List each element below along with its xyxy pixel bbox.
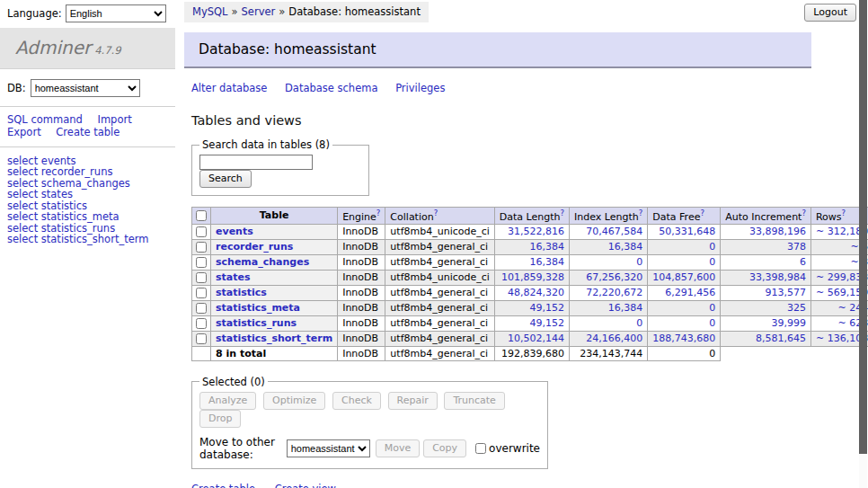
logout-button[interactable]: Logout: [804, 4, 856, 22]
row-checkbox[interactable]: [196, 288, 207, 298]
move-database-select[interactable]: homeassistant: [287, 439, 370, 457]
table-row: statesInnoDButf8mb4_unicode_ci101,859,32…: [192, 270, 868, 285]
privileges-link[interactable]: Privileges: [395, 82, 445, 94]
check-button[interactable]: Check: [332, 392, 381, 410]
total-index-length-cell: 234,143,744: [570, 346, 648, 360]
index-length-link[interactable]: 0: [636, 256, 642, 268]
page-title: Database: homeassistant: [184, 32, 811, 68]
overwrite-checkbox[interactable]: [475, 443, 486, 454]
table-name-link[interactable]: recorder_runs: [216, 241, 293, 253]
sidebar-item-select-statistics-short-term[interactable]: select statistics_short_term: [7, 234, 168, 244]
data-length-link[interactable]: 49,152: [530, 317, 565, 329]
data-free-link[interactable]: 6,291,456: [665, 287, 715, 298]
row-checkbox[interactable]: [196, 303, 207, 314]
data-free-link[interactable]: 188,743,680: [652, 333, 715, 344]
data-length-link[interactable]: 16,384: [530, 256, 565, 268]
select-all-checkbox[interactable]: [196, 210, 207, 221]
row-checkbox[interactable]: [196, 242, 207, 253]
language-select[interactable]: English: [66, 4, 166, 22]
analyze-button[interactable]: Analyze: [199, 392, 256, 410]
auto-increment-link[interactable]: 39,999: [771, 317, 806, 329]
search-input[interactable]: [199, 155, 313, 170]
row-checkbox[interactable]: [196, 318, 207, 329]
data-length-link[interactable]: 16,384: [530, 241, 565, 253]
alter-database-link[interactable]: Alter database: [191, 82, 267, 94]
create-view-link[interactable]: Create view: [275, 483, 336, 488]
optimize-button[interactable]: Optimize: [263, 392, 325, 410]
breadcrumb-mysql-link[interactable]: MySQL: [192, 5, 228, 18]
table-name-link[interactable]: schema_changes: [216, 256, 309, 268]
help-link[interactable]: ?: [639, 209, 643, 217]
sidebar-item-select-statistics-meta[interactable]: select statistics_meta: [7, 211, 168, 222]
sidebar-item-select-states[interactable]: select states: [7, 189, 168, 200]
help-link[interactable]: ?: [842, 209, 846, 217]
index-length-link[interactable]: 16,384: [608, 241, 643, 253]
row-checkbox[interactable]: [196, 272, 207, 283]
auto-increment-link[interactable]: 325: [787, 302, 806, 314]
index-length-link[interactable]: 0: [636, 317, 642, 329]
data-length-link[interactable]: 48,824,320: [508, 287, 564, 298]
total-empty-cell: [192, 346, 211, 360]
data-free-link[interactable]: 0: [709, 317, 715, 329]
auto-increment-link[interactable]: 8,581,645: [756, 333, 806, 344]
column-header-label: Data Free: [652, 211, 700, 223]
data-free-link[interactable]: 0: [709, 302, 715, 314]
table-name-link[interactable]: events: [216, 226, 253, 237]
vertical-scrollbar[interactable]: [859, 0, 867, 488]
app-logo: Adminer4.7.9: [0, 28, 175, 69]
collation-cell: utf8mb4_general_ci: [385, 239, 494, 254]
data-free-link[interactable]: 50,331,648: [659, 226, 715, 237]
sidebar-link-sql-command[interactable]: SQL command: [7, 113, 83, 126]
auto-increment-link[interactable]: 378: [787, 241, 806, 253]
search-fieldset: Search data in tables (8) Search: [191, 138, 369, 196]
data-length-link[interactable]: 31,522,816: [508, 226, 564, 237]
index-length-link[interactable]: 67,256,320: [586, 271, 642, 283]
auto-increment-link[interactable]: 33,398,984: [749, 271, 806, 283]
data-free-link[interactable]: 0: [709, 256, 715, 268]
repair-button[interactable]: Repair: [388, 392, 438, 410]
create-table-link[interactable]: Create table: [191, 483, 255, 488]
collation-cell: utf8mb4_unicode_ci: [385, 224, 494, 239]
copy-button[interactable]: Copy: [423, 439, 466, 457]
data-length-link[interactable]: 10,502,144: [508, 333, 564, 344]
overwrite-label[interactable]: overwrite: [489, 442, 540, 455]
help-link[interactable]: ?: [561, 209, 565, 217]
index-length-link[interactable]: 70,467,584: [586, 226, 642, 237]
auto-increment-link[interactable]: 33,898,196: [749, 226, 806, 237]
auto-increment-link[interactable]: 913,577: [765, 287, 806, 298]
data-free-link[interactable]: 0: [709, 241, 715, 253]
row-checkbox[interactable]: [196, 226, 207, 237]
engine-cell: InnoDB: [338, 315, 385, 331]
help-link[interactable]: ?: [700, 209, 704, 217]
index-length-link[interactable]: 16,384: [608, 302, 643, 314]
truncate-button[interactable]: Truncate: [444, 392, 504, 410]
data-length-link[interactable]: 49,152: [530, 302, 565, 314]
table-name-link[interactable]: statistics: [216, 287, 267, 298]
data-free-link[interactable]: 104,857,600: [652, 271, 715, 283]
search-button[interactable]: Search: [199, 170, 252, 188]
table-name-link[interactable]: statistics_short_term: [216, 333, 332, 344]
help-link[interactable]: ?: [802, 209, 806, 217]
breadcrumb-server-link[interactable]: Server: [242, 5, 276, 18]
row-checkbox[interactable]: [196, 257, 207, 268]
table-name-link[interactable]: statistics_meta: [216, 302, 300, 314]
row-checkbox[interactable]: [196, 333, 207, 344]
data-length-link[interactable]: 101,859,328: [501, 271, 564, 283]
help-link[interactable]: ?: [434, 209, 438, 217]
drop-button[interactable]: Drop: [199, 410, 241, 428]
sidebar-link-import[interactable]: Import: [97, 113, 131, 126]
index-length-link[interactable]: 24,166,400: [586, 333, 642, 344]
move-button[interactable]: Move: [376, 439, 421, 457]
database-schema-link[interactable]: Database schema: [285, 82, 377, 94]
table-name-link[interactable]: states: [216, 271, 251, 283]
sidebar-link-export[interactable]: Export: [7, 126, 41, 138]
auto-increment-link[interactable]: 6: [800, 256, 806, 268]
scrollbar-thumb[interactable]: [859, 0, 867, 454]
sidebar-link-create-table[interactable]: Create table: [56, 126, 120, 138]
db-select[interactable]: homeassistant: [31, 79, 140, 97]
index-length-link[interactable]: 72,220,672: [586, 287, 642, 298]
selected-buttons-row: Analyze Optimize Check Repair Truncate D…: [199, 392, 540, 428]
table-row: recorder_runsInnoDButf8mb4_general_ci16,…: [192, 239, 868, 254]
table-name-link[interactable]: statistics_runs: [216, 317, 297, 329]
help-link[interactable]: ?: [376, 209, 381, 217]
